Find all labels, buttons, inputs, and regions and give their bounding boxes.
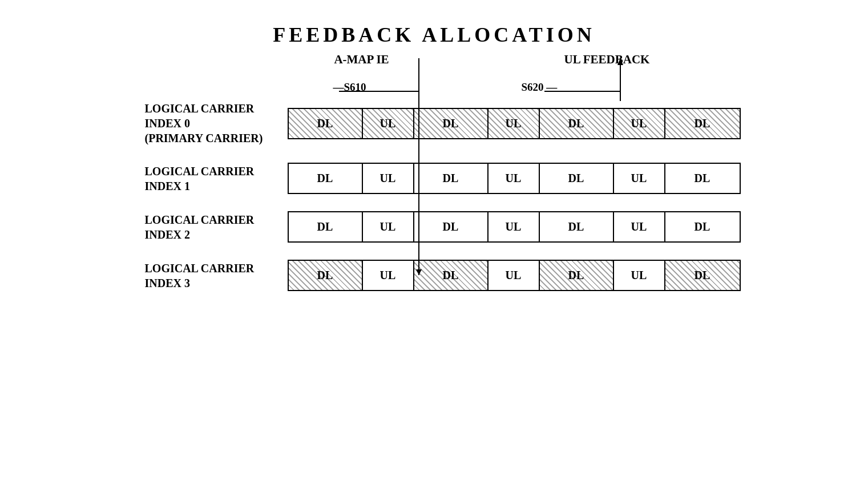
cell-1-ul2: UL (488, 164, 540, 193)
cell-3-dl4: DL (665, 261, 740, 290)
carrier-label-3: LOGICAL CARRIER INDEX 3 (145, 261, 288, 291)
cell-2-dl3: DL (540, 212, 614, 241)
carrier-grid-3: DL UL DL UL DL UL DL (288, 260, 741, 291)
cell-2-dl1: DL (289, 212, 363, 241)
ul-feedback-label: UL FEEDBACK (556, 53, 659, 67)
spacer (145, 53, 293, 78)
cell-0-ul2: UL (488, 109, 540, 138)
s620-label: S620 — (522, 81, 558, 94)
carrier-label-1: LOGICAL CARRIER INDEX 1 (145, 164, 288, 193)
header-labels-row: A-MAP IE UL FEEDBACK (145, 53, 741, 78)
cell-1-dl4: DL (665, 164, 740, 193)
ref-labels-row: —S610 S620 — (145, 78, 741, 101)
cell-0-dl3: DL (540, 109, 614, 138)
cell-1-ul3: UL (614, 164, 665, 193)
cell-3-ul1: UL (363, 261, 414, 290)
cell-1-dl2: DL (414, 164, 488, 193)
carrier-grid-2: DL UL DL UL DL UL DL (288, 211, 741, 243)
carrier-row-3: LOGICAL CARRIER INDEX 3 DL UL DL UL DL U… (145, 260, 741, 291)
carrier-label-2: LOGICAL CARRIER INDEX 2 (145, 212, 288, 242)
cell-3-dl2: DL (414, 261, 488, 290)
spacer2 (145, 78, 293, 101)
carrier-row-1: LOGICAL CARRIER INDEX 1 DL UL DL UL DL U… (145, 163, 741, 194)
carrier-row-0: LOGICAL CARRIER INDEX 0 (PRIMARY CARRIER… (145, 101, 741, 146)
cell-0-dl2: DL (414, 109, 488, 138)
cell-3-ul3: UL (614, 261, 665, 290)
cell-2-ul3: UL (614, 212, 665, 241)
s610-label: —S610 (333, 81, 366, 94)
carrier-label-0: LOGICAL CARRIER INDEX 0 (PRIMARY CARRIER… (145, 101, 288, 146)
cell-2-dl4: DL (665, 212, 740, 241)
cell-1-dl1: DL (289, 164, 363, 193)
main-container: FEEDBACK ALLOCATION (0, 0, 868, 488)
cell-2-ul2: UL (488, 212, 540, 241)
cell-3-dl1: DL (289, 261, 363, 290)
cell-1-ul1: UL (363, 164, 414, 193)
diagram-wrapper: A-MAP IE UL FEEDBACK —S610 S620 — LOGICA… (145, 53, 741, 308)
cell-3-ul2: UL (488, 261, 540, 290)
cell-2-dl2: DL (414, 212, 488, 241)
cell-1-dl3: DL (540, 164, 614, 193)
title: FEEDBACK ALLOCATION (273, 23, 595, 47)
cell-2-ul1: UL (363, 212, 414, 241)
cell-3-dl3: DL (540, 261, 614, 290)
cell-0-ul3: UL (614, 109, 665, 138)
carrier-grid-0: DL UL DL UL DL UL DL (288, 108, 741, 139)
amap-ie-label: A-MAP IE (310, 53, 413, 67)
cell-0-ul1: UL (363, 109, 414, 138)
carrier-grid-1: DL UL DL UL DL UL DL (288, 163, 741, 194)
cell-0-dl4: DL (665, 109, 740, 138)
carrier-row-2: LOGICAL CARRIER INDEX 2 DL UL DL UL DL U… (145, 211, 741, 243)
cell-0-dl1: DL (289, 109, 363, 138)
